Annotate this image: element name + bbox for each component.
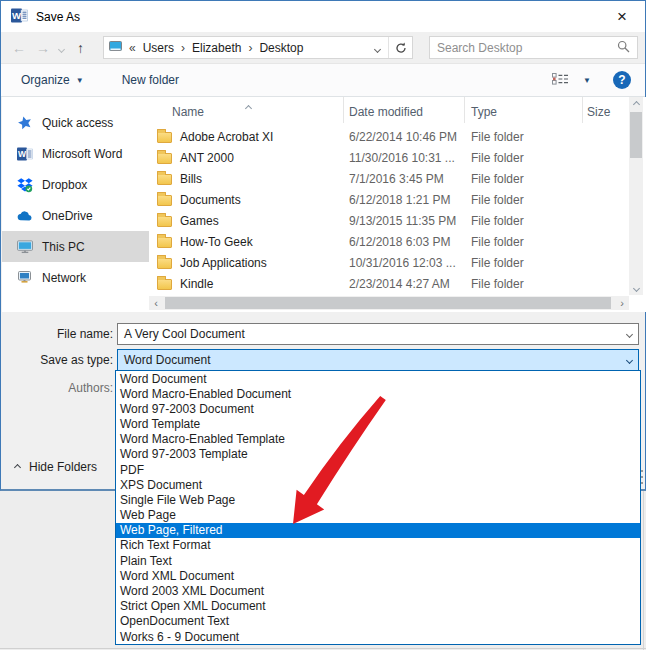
sidebar-item-label: This PC <box>42 240 85 254</box>
dropdown-option[interactable]: Word 97-2003 Template <box>116 447 640 462</box>
save-as-screenshot: W Save As × ← → ↑ « Users›Elizabeth›Desk… <box>0 0 646 650</box>
file-date-modified: 6/12/2018 1:21 PM <box>344 193 465 207</box>
forward-arrow-icon[interactable]: → <box>31 41 55 55</box>
file-type: File folder <box>465 256 583 270</box>
table-row[interactable]: Documents6/12/2018 1:21 PMFile folder <box>149 189 629 210</box>
sidebar-item-label: Microsoft Word <box>42 147 122 161</box>
dropdown-option[interactable]: Word Macro-Enabled Document <box>116 386 640 401</box>
refresh-icon[interactable] <box>388 37 412 58</box>
sidebar-item-this-pc[interactable]: This PC <box>2 231 149 262</box>
breadcrumb-overflow[interactable]: « <box>129 41 136 55</box>
table-row[interactable]: Job Applications10/31/2016 12:03 ...File… <box>149 252 629 273</box>
dropdown-option[interactable]: Word XML Document <box>116 568 640 583</box>
dropdown-option[interactable]: Word Document <box>116 371 640 386</box>
new-folder-button[interactable]: New folder <box>122 73 179 87</box>
sidebar-item-network[interactable]: Network <box>2 262 149 293</box>
address-bar[interactable]: « Users›Elizabeth›Desktop <box>103 36 413 59</box>
word-app-icon: W <box>11 7 28 27</box>
table-row[interactable]: Adobe Acrobat XI6/22/2014 10:46 PMFile f… <box>149 126 629 147</box>
dropdown-option[interactable]: Word 2003 XML Document <box>116 583 640 598</box>
file-name: Bills <box>180 172 202 186</box>
dropdown-option[interactable]: Plain Text <box>116 553 640 568</box>
close-icon[interactable]: × <box>609 7 635 27</box>
file-date-modified: 10/31/2016 12:03 ... <box>344 256 465 270</box>
sidebar-item-dropbox[interactable]: Dropbox <box>2 169 149 200</box>
dropdown-option[interactable]: Works 6 - 9 Document <box>116 629 640 644</box>
breadcrumb-item[interactable]: Users <box>143 41 174 55</box>
address-dropdown-chevron-icon[interactable] <box>367 41 388 55</box>
save-as-type-select[interactable]: Word Document <box>117 349 639 371</box>
organize-button[interactable]: Organize ▼ <box>21 73 84 87</box>
save-as-type-chevron-icon[interactable] <box>626 356 633 363</box>
save-as-type-value: Word Document <box>124 353 627 367</box>
table-row[interactable]: How-To Geek6/12/2018 6:03 PMFile folder <box>149 231 629 252</box>
scroll-left-icon[interactable]: ‹ <box>149 296 163 310</box>
file-name-chevron-icon[interactable] <box>626 330 633 337</box>
dropdown-option[interactable]: Word Macro-Enabled Template <box>116 432 640 447</box>
chevron-right-separator-icon[interactable]: › <box>181 41 185 55</box>
search-placeholder: Search Desktop <box>437 41 617 55</box>
sidebar-item-microsoft-word[interactable]: WMicrosoft Word <box>2 138 149 169</box>
table-row[interactable]: Kindle2/23/2014 4:27 AMFile folder <box>149 273 629 294</box>
horizontal-scroll-thumb[interactable] <box>165 297 611 309</box>
breadcrumb-item[interactable]: Elizabeth <box>192 41 241 55</box>
horizontal-scrollbar[interactable]: ‹ › <box>149 296 629 310</box>
svg-text:W: W <box>12 10 21 21</box>
column-headers: Name Date modified Type Size <box>149 97 629 123</box>
dropdown-option[interactable]: Word 97-2003 Document <box>116 401 640 416</box>
scroll-right-icon[interactable]: › <box>615 296 629 310</box>
dropbox-icon <box>17 177 33 193</box>
file-name: Kindle <box>180 277 213 291</box>
column-header-size[interactable]: Size <box>583 97 629 123</box>
views-button[interactable]: ▼ <box>552 72 591 89</box>
dropdown-option[interactable]: Single File Web Page <box>116 492 640 507</box>
back-arrow-icon[interactable]: ← <box>7 41 31 55</box>
file-date-modified: 11/30/2016 10:31 ... <box>344 151 465 165</box>
up-arrow-icon[interactable]: ↑ <box>72 41 89 55</box>
sidebar-item-onedrive[interactable]: OneDrive <box>2 200 149 231</box>
table-row[interactable]: ANT 200011/30/2016 10:31 ...File folder <box>149 147 629 168</box>
dropdown-option[interactable]: PDF <box>116 462 640 477</box>
vertical-scroll-thumb[interactable] <box>630 112 642 158</box>
file-name: Games <box>180 214 219 228</box>
file-type: File folder <box>465 235 583 249</box>
folder-icon <box>157 132 172 143</box>
command-bar: Organize ▼ New folder ▼ ? <box>1 63 645 97</box>
scroll-down-icon[interactable] <box>629 281 643 295</box>
table-row[interactable]: Games9/13/2015 11:35 PMFile folder <box>149 210 629 231</box>
organize-caret-icon: ▼ <box>76 76 84 85</box>
dropdown-option[interactable]: Rich Text Format <box>116 538 640 553</box>
breadcrumb-item[interactable]: Desktop <box>259 41 303 55</box>
file-name-input[interactable]: A Very Cool Document <box>117 323 639 345</box>
this-pc-monitor-icon <box>17 239 33 255</box>
title-bar: W Save As × <box>1 1 645 32</box>
dropdown-option[interactable]: Web Page <box>116 508 640 523</box>
file-list: Adobe Acrobat XI6/22/2014 10:46 PMFile f… <box>149 126 629 294</box>
search-input[interactable]: Search Desktop <box>429 36 638 59</box>
vertical-scrollbar[interactable] <box>629 97 643 295</box>
dropdown-option[interactable]: XPS Document <box>116 477 640 492</box>
recent-locations-chevron-icon[interactable] <box>55 41 68 55</box>
file-name-label: File name: <box>1 327 113 341</box>
dropdown-option[interactable]: Strict Open XML Document <box>116 599 640 614</box>
sidebar-item-quick-access[interactable]: Quick access <box>2 107 149 138</box>
screenshot-edge <box>0 648 646 649</box>
dropdown-option[interactable]: Web Page, Filtered <box>116 523 640 538</box>
scroll-up-icon[interactable] <box>629 97 643 111</box>
column-header-type[interactable]: Type <box>465 97 583 123</box>
sidebar-item-label: Network <box>42 271 86 285</box>
file-type: File folder <box>465 130 583 144</box>
dropdown-option[interactable]: Word Template <box>116 417 640 432</box>
chevron-right-separator-icon[interactable]: › <box>248 41 252 55</box>
sidebar-item-label: Quick access <box>42 116 113 130</box>
window-title: Save As <box>36 10 80 24</box>
column-header-date-modified[interactable]: Date modified <box>344 97 465 123</box>
hide-folders-button[interactable]: Hide Folders <box>15 460 97 474</box>
table-row[interactable]: Bills7/1/2016 3:45 PMFile folder <box>149 168 629 189</box>
help-icon[interactable]: ? <box>613 71 631 89</box>
breadcrumb: « Users›Elizabeth›Desktop <box>104 41 367 55</box>
search-icon[interactable] <box>617 40 630 56</box>
dropdown-option[interactable]: OpenDocument Text <box>116 614 640 629</box>
details-view-icon <box>552 72 569 89</box>
column-header-name[interactable]: Name <box>149 97 344 123</box>
